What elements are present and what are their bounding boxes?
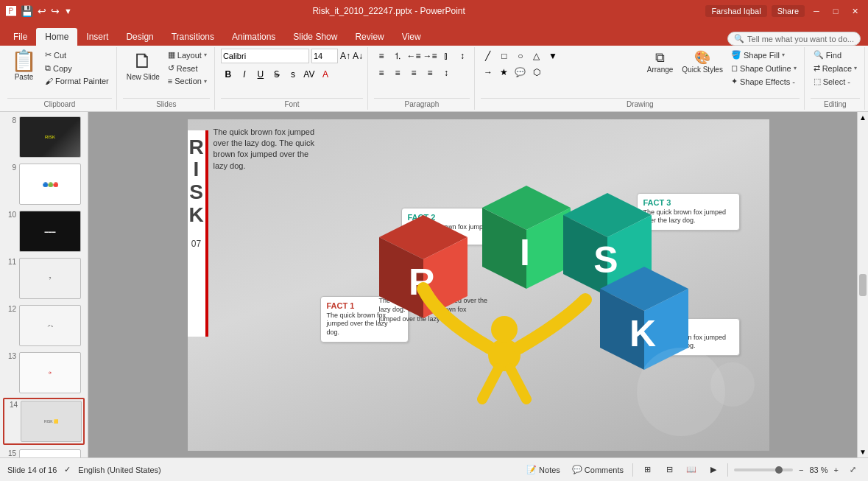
slide-thumb-13[interactable]: 13 ⟳ [3,351,85,395]
cut-button[interactable]: ✂ Cut [42,49,112,61]
comments-button[interactable]: 💬 Comments [569,463,627,476]
numbering-button[interactable]: ⒈ [390,49,405,63]
scroll-up-button[interactable]: ▲ [859,113,867,122]
arrange-button[interactable]: ⧉ Arrange [643,49,677,76]
bold-button[interactable]: B [221,67,236,82]
slide-num-14: 14 [6,401,18,409]
paste-button[interactable]: 📋 Paste [7,49,40,83]
maximize-button[interactable]: □ [828,4,843,18]
underline-button[interactable]: U [253,67,268,82]
shape-star-button[interactable]: ★ [497,65,512,80]
align-center-button[interactable]: ≡ [390,66,405,80]
tab-insert[interactable]: Insert [77,28,117,46]
shape-oval-button[interactable]: ○ [513,49,528,63]
indent-decrease-button[interactable]: ←≡ [406,49,421,63]
increase-font-button[interactable]: A↑ [340,51,350,61]
align-right-button[interactable]: ≡ [406,66,421,80]
slide-thumb-14[interactable]: 14 RISK 🟨 [3,398,85,445]
char-spacing-button[interactable]: AV [302,67,317,82]
replace-button[interactable]: ⇄ Replace ▾ [811,62,860,74]
shape-tri-button[interactable]: △ [529,49,544,63]
user-name[interactable]: Farshad Iqbal [705,5,766,17]
notes-label: Notes [539,466,560,474]
slide-thumb-10[interactable]: 10 ▬▬▬ [3,209,85,253]
font-label: Font [221,98,363,110]
zoom-slider[interactable] [734,468,793,471]
font-content: A↑ A↓ B I U S̶ s AV A [221,47,363,96]
scroll-thumb[interactable] [859,274,867,296]
shape-extra-button[interactable]: ⬡ [529,65,544,80]
right-scrollbar[interactable]: ▲ ▼ [857,112,868,457]
editing-label: Editing [811,98,860,110]
select-icon: ⬚ [814,77,821,86]
normal-view-button[interactable]: ⊞ [639,462,655,478]
scroll-down-button[interactable]: ▼ [859,448,867,456]
decrease-font-button[interactable]: A↓ [353,51,363,61]
save-icon[interactable]: 💾 [21,5,33,17]
new-slide-button[interactable]: 🗋 New Slide [123,49,163,83]
slide-thumb-8[interactable]: 8 RISK [3,115,85,159]
slide-thumb-11[interactable]: 11 ? [3,256,85,301]
columns-button[interactable]: ⫿ [439,49,454,63]
reading-view-button[interactable]: 📖 [683,462,699,478]
undo-icon[interactable]: ↩ [38,5,46,17]
select-button[interactable]: ⬚ Select - [811,75,860,88]
minimize-button[interactable]: ─ [809,4,824,18]
slide-sorter-button[interactable]: ⊟ [661,462,677,478]
font-color-button[interactable]: A [318,67,333,82]
canvas-area[interactable]: ▲ ▼ R I S K 07 The quick brown fox jumpe… [88,112,868,457]
tab-file[interactable]: File [4,28,36,46]
format-painter-button[interactable]: 🖌 Format Painter [42,75,112,87]
font-name-input[interactable] [221,49,309,63]
shape-rect-button[interactable]: □ [497,49,512,63]
slideshow-button[interactable]: ▶ [705,462,721,478]
shape-arrow-button[interactable]: → [481,65,495,80]
shape-effects-button[interactable]: ✦ Shape Effects - [728,75,800,88]
fit-window-button[interactable]: ⤢ [844,462,861,478]
line-spacing-button[interactable]: ↕ [439,66,454,80]
text-direction-button[interactable]: ↕ [455,49,470,63]
find-button[interactable]: 🔍 Find [811,49,860,61]
redo-icon[interactable]: ↪ [51,5,60,17]
ribbon-tabs: File Home Insert Design Transitions Anim… [0,22,868,46]
indent-increase-button[interactable]: →≡ [423,49,437,63]
shape-fill-button[interactable]: 🪣 Shape Fill ▾ [728,49,800,61]
justify-button[interactable]: ≡ [423,66,437,80]
strikethrough-button[interactable]: S̶ [269,67,284,82]
italic-button[interactable]: I [237,67,252,82]
bullets-button[interactable]: ≡ [374,49,389,63]
shape-line-button[interactable]: ╱ [481,49,495,63]
slide-thumb-15[interactable]: 15 ··· [3,448,85,457]
share-button[interactable]: Share [772,5,805,17]
reset-button[interactable]: ↺ Reset [165,62,210,74]
tab-slideshow[interactable]: Slide Show [284,28,346,46]
tab-design[interactable]: Design [117,28,162,46]
layout-button[interactable]: ▦ Layout ▾ [165,49,210,61]
copy-icon: ⧉ [45,63,51,73]
zoom-thumb[interactable] [775,466,783,474]
tell-me-input[interactable]: 🔍 Tell me what you want to do... [727,32,861,46]
quick-styles-button[interactable]: 🎨 Quick Styles [678,49,727,76]
zoom-plus-button[interactable]: + [834,466,839,474]
close-button[interactable]: ✕ [847,4,862,18]
zoom-minus-button[interactable]: − [799,466,803,474]
shape-callout-button[interactable]: 💬 [513,65,528,80]
shape-outline-button[interactable]: ◻ Shape Outline ▾ [728,62,800,74]
shadow-button[interactable]: s [286,67,300,82]
tab-animations[interactable]: Animations [223,28,284,46]
tab-view[interactable]: View [393,28,430,46]
tab-transitions[interactable]: Transitions [163,28,223,46]
copy-button[interactable]: ⧉ Copy [42,62,112,74]
slide-mini-8: RISK [20,117,80,157]
section-button[interactable]: ≡ Section ▾ [165,75,210,87]
font-size-input[interactable] [311,49,338,63]
slide-thumb-12[interactable]: 12 ↗↘ [3,303,85,348]
tab-home[interactable]: Home [36,28,77,46]
customize-qat[interactable]: ▼ [64,7,72,15]
shape-more-button[interactable]: ▼ [546,49,560,63]
notes-button[interactable]: 📝 Notes [523,463,563,476]
tab-review[interactable]: Review [346,28,392,46]
slide-thumb-9[interactable]: 9 🔵🟢🔴 [3,162,85,206]
align-left-button[interactable]: ≡ [374,66,389,80]
shape-fill-icon: 🪣 [731,50,741,60]
